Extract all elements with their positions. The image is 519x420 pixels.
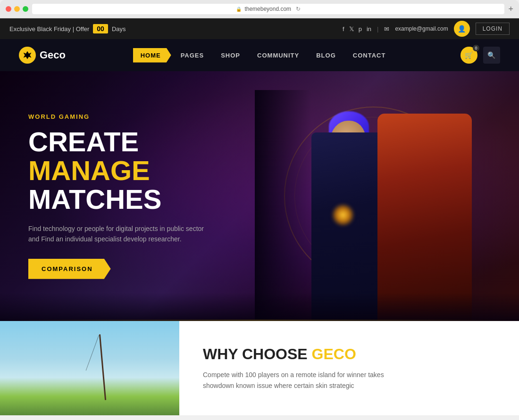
announcement-left: Exclusive Black Friday | Offer 00 Days: [9, 24, 126, 33]
nav-right: 🛒 0 🔍: [460, 47, 500, 64]
days-label: Days: [112, 25, 126, 33]
logo-icon: [19, 47, 36, 64]
cart-icon: 🛒: [465, 51, 473, 59]
navbar: Geco HOME PAGES SHOP COMMUNITY BLOG CONT…: [0, 39, 519, 71]
nav-links: HOME PAGES SHOP COMMUNITY BLOG CONTACT: [133, 48, 393, 63]
hero-content: WORLD GAMING CREATE MANAGE MATCHES Find …: [0, 113, 245, 279]
hero-description: Find technology or people for digital pr…: [28, 223, 208, 245]
announcement-text: Exclusive Black Friday | Offer: [9, 25, 89, 33]
why-description: Compete with 100 players on a remote isl…: [203, 370, 392, 391]
announcement-bar: Exclusive Black Friday | Offer 00 Days f…: [0, 18, 519, 39]
search-button[interactable]: 🔍: [483, 47, 500, 64]
hero-title-manage: MANAGE: [28, 155, 150, 186]
maximize-dot[interactable]: [23, 6, 28, 12]
user-icon: 👤: [458, 25, 466, 33]
social-icons: f 𝕏 p in: [343, 25, 371, 33]
twitter-icon[interactable]: 𝕏: [349, 25, 354, 33]
hero-characters: [255, 90, 472, 321]
cart-badge: 0: [473, 45, 479, 51]
fishing-rod: [99, 334, 106, 400]
url-text: themebeyond.com: [244, 6, 291, 12]
logo[interactable]: Geco: [19, 47, 66, 64]
pinterest-icon[interactable]: p: [359, 25, 362, 33]
comparison-button[interactable]: COMPARISON: [28, 259, 111, 279]
bottom-content: WHY CHOOSE GECO Compete with 100 players…: [179, 321, 519, 415]
hero-subtitle: WORLD GAMING: [28, 113, 217, 120]
char-right-body: [377, 114, 472, 321]
search-icon: 🔍: [487, 51, 495, 59]
countdown-days: 00: [93, 24, 108, 33]
fishing-line: [86, 335, 99, 371]
email-address: example@gmail.com: [395, 25, 448, 32]
browser-traffic-lights: [6, 6, 28, 12]
address-bar[interactable]: 🔒 themebeyond.com ↻: [32, 4, 504, 14]
hero-dark-bottom: [0, 293, 519, 321]
divider: |: [377, 25, 378, 33]
why-title-white: WHY CHOOSE: [203, 346, 308, 362]
nav-item-blog[interactable]: BLOG: [309, 48, 343, 63]
facebook-icon[interactable]: f: [343, 25, 344, 33]
login-button[interactable]: LOGIN: [476, 23, 510, 35]
minimize-dot[interactable]: [14, 6, 20, 12]
reload-icon[interactable]: ↻: [296, 6, 301, 12]
why-choose-title: WHY CHOOSE GECO: [203, 346, 495, 363]
character-shadow: [255, 90, 311, 321]
nav-item-pages[interactable]: PAGES: [173, 48, 212, 63]
character-glow: [331, 203, 355, 227]
nav-item-community[interactable]: COMMUNITY: [250, 48, 307, 63]
lock-icon: 🔒: [236, 7, 242, 12]
linkedin-icon[interactable]: in: [367, 25, 371, 33]
announcement-right: f 𝕏 p in | ✉ example@gmail.com 👤 LOGIN: [343, 21, 510, 37]
close-dot[interactable]: [6, 6, 11, 12]
nav-item-home[interactable]: HOME: [133, 48, 171, 63]
browser-chrome: 🔒 themebeyond.com ↻ +: [0, 0, 519, 18]
email-icon: ✉: [384, 25, 389, 33]
hero-title: CREATE MANAGE MATCHES: [28, 128, 217, 214]
hero-title-matches: MATCHES: [28, 184, 161, 214]
bottom-image: [0, 321, 179, 415]
nav-item-contact[interactable]: CONTACT: [345, 48, 393, 63]
hero-section: WORLD GAMING CREATE MANAGE MATCHES Find …: [0, 71, 519, 321]
logo-text: Geco: [40, 49, 66, 61]
new-tab-button[interactable]: +: [508, 4, 513, 14]
cart-button[interactable]: 🛒 0: [460, 47, 477, 64]
hero-title-create: CREATE: [28, 126, 139, 157]
user-icon-button[interactable]: 👤: [454, 21, 470, 37]
why-title-gold: GECO: [312, 346, 356, 362]
nav-item-shop[interactable]: SHOP: [213, 48, 248, 63]
bottom-section: WHY CHOOSE GECO Compete with 100 players…: [0, 321, 519, 415]
